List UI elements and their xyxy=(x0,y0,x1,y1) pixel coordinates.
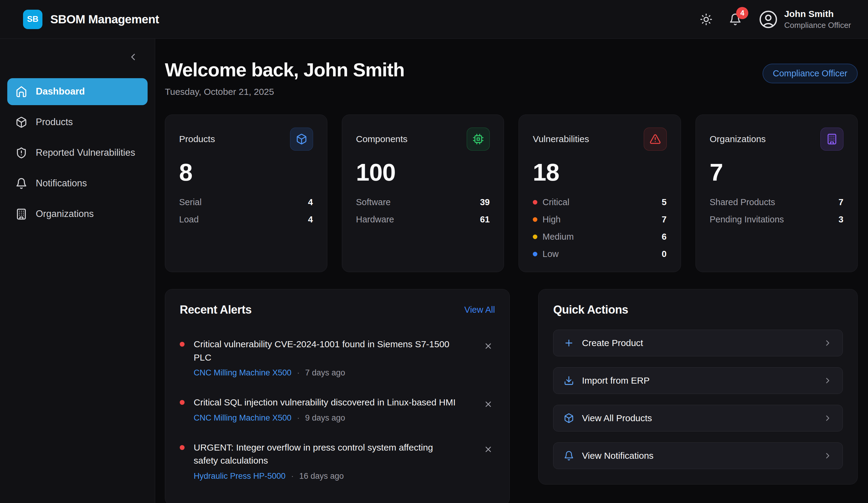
stat-card-components: Components 100 Software 39 Hardware 61 xyxy=(342,115,504,272)
alert-product-link[interactable]: Hydraulic Press HP-5000 xyxy=(194,471,286,481)
sidebar-item-label: Products xyxy=(36,116,73,128)
avatar xyxy=(758,10,778,29)
stat-value: 100 xyxy=(356,158,490,186)
alert-item: Critical vulnerability CVE-2024-1001 fou… xyxy=(180,328,495,387)
view-all-products-button[interactable]: View All Products xyxy=(553,405,843,431)
package-icon xyxy=(564,413,574,423)
recent-alerts-title: Recent Alerts xyxy=(180,303,251,316)
download-icon xyxy=(564,375,574,386)
dismiss-alert-button[interactable] xyxy=(482,443,495,456)
stat-row: Hardware 61 xyxy=(356,214,490,224)
meta-separator: · xyxy=(297,368,300,378)
stat-row-value: 7 xyxy=(662,214,666,224)
view-notifications-button[interactable]: View Notifications xyxy=(553,442,843,469)
import-from-erp-button[interactable]: Import from ERP xyxy=(553,367,843,394)
stat-row-label: Low xyxy=(542,249,559,259)
sidebar: Dashboard Products Reported Vulnerabilit… xyxy=(0,39,155,503)
current-date: Tuesday, October 21, 2025 xyxy=(165,87,405,97)
warning-triangle-icon xyxy=(644,128,667,150)
stats-grid: Products 8 Serial 4 Load 4 xyxy=(165,115,858,272)
close-icon xyxy=(484,342,493,350)
stat-row: Low 0 xyxy=(533,249,667,259)
user-role: Compliance Officer xyxy=(784,21,851,30)
stat-row-label: Critical xyxy=(542,197,569,207)
app-logo: SB xyxy=(23,10,42,29)
stat-card-vulnerabilities: Vulnerabilities 18 Critical 5 High 7 xyxy=(518,115,681,272)
close-icon xyxy=(484,400,493,409)
dismiss-alert-button[interactable] xyxy=(482,339,495,353)
header-actions: 4 John Smith Compliance Officer xyxy=(695,9,851,30)
sidebar-item-notifications[interactable]: Notifications xyxy=(7,170,148,197)
notification-badge: 4 xyxy=(736,7,748,19)
shield-alert-icon xyxy=(16,147,27,159)
stat-card-organizations: Organizations 7 Shared Products 7 Pendin… xyxy=(695,115,858,272)
recent-alerts-panel: Recent Alerts View All Critical vulnerab… xyxy=(165,289,510,503)
chevron-right-icon xyxy=(823,451,832,460)
alerts-list: Critical vulnerability CVE-2024-1001 fou… xyxy=(180,328,495,490)
brand: SB SBOM Management xyxy=(23,10,159,29)
quick-action-label: Create Product xyxy=(582,338,815,348)
building-icon xyxy=(820,128,844,150)
sidebar-item-products[interactable]: Products xyxy=(7,109,148,136)
user-info: John Smith Compliance Officer xyxy=(784,9,851,30)
notifications-button[interactable]: 4 xyxy=(725,9,746,30)
stat-row-value: 4 xyxy=(308,197,313,207)
plus-icon xyxy=(564,338,574,348)
sidebar-item-label: Organizations xyxy=(36,208,94,220)
quick-actions-list: Create Product Import from ERP xyxy=(553,330,843,469)
building-icon xyxy=(16,208,27,220)
sidebar-item-organizations[interactable]: Organizations xyxy=(7,201,148,228)
sidebar-collapse-button[interactable] xyxy=(125,49,141,65)
cpu-icon xyxy=(467,128,490,150)
sidebar-item-dashboard[interactable]: Dashboard xyxy=(7,78,148,105)
quick-actions-title: Quick Actions xyxy=(553,303,628,316)
stat-row-value: 6 xyxy=(662,232,666,242)
stat-row-value: 5 xyxy=(662,197,666,207)
alert-product-link[interactable]: CNC Milling Machine X500 xyxy=(194,413,291,423)
create-product-button[interactable]: Create Product xyxy=(553,330,843,356)
view-all-link[interactable]: View All xyxy=(464,305,495,315)
stat-label: Components xyxy=(356,134,407,144)
alert-time: 7 days ago xyxy=(305,368,345,378)
dismiss-alert-button[interactable] xyxy=(482,398,495,411)
stat-row-value: 39 xyxy=(480,197,490,207)
sun-icon xyxy=(700,13,713,26)
stat-row: Medium 6 xyxy=(533,232,667,242)
stat-label: Organizations xyxy=(710,134,766,144)
alert-time: 16 days ago xyxy=(299,471,344,481)
stat-value: 7 xyxy=(710,158,844,186)
stat-row-value: 61 xyxy=(480,214,490,224)
stat-card-products: Products 8 Serial 4 Load 4 xyxy=(165,115,327,272)
stat-label: Vulnerabilities xyxy=(533,134,589,144)
close-icon xyxy=(484,445,493,454)
stat-row-value: 3 xyxy=(839,214,844,224)
severity-dot xyxy=(533,217,537,222)
theme-toggle-button[interactable] xyxy=(695,9,717,30)
bell-icon xyxy=(564,451,574,461)
alert-product-link[interactable]: CNC Milling Machine X500 xyxy=(194,368,291,378)
severity-dot xyxy=(533,234,537,239)
main-content: Welcome back, John Smith Tuesday, Octobe… xyxy=(155,39,868,503)
stat-row: High 7 xyxy=(533,214,667,224)
chevron-left-icon xyxy=(127,52,138,62)
quick-action-label: View Notifications xyxy=(582,451,815,461)
sidebar-item-reported-vulnerabilities[interactable]: Reported Vulnerabilities xyxy=(7,139,148,166)
user-name: John Smith xyxy=(784,9,851,19)
chevron-right-icon xyxy=(823,376,832,385)
alert-item: URGENT: Integer overflow in press contro… xyxy=(180,432,495,490)
user-menu[interactable]: John Smith Compliance Officer xyxy=(758,9,851,30)
severity-dot xyxy=(533,252,537,256)
alert-time: 9 days ago xyxy=(305,413,345,423)
stat-value: 8 xyxy=(179,158,313,186)
meta-separator: · xyxy=(297,413,300,423)
stat-row-label: Load xyxy=(179,214,199,224)
stat-value: 18 xyxy=(533,158,667,186)
stat-row-label: Pending Invitations xyxy=(710,214,784,224)
package-icon xyxy=(16,116,27,128)
stat-row-label: Software xyxy=(356,197,391,207)
stat-row: Serial 4 xyxy=(179,197,313,207)
alert-severity-dot xyxy=(180,445,185,450)
alert-title: URGENT: Integer overflow in press contro… xyxy=(194,441,457,467)
alert-item: Critical SQL injection vulnerability dis… xyxy=(180,387,495,432)
sidebar-item-label: Reported Vulnerabilities xyxy=(36,147,135,159)
